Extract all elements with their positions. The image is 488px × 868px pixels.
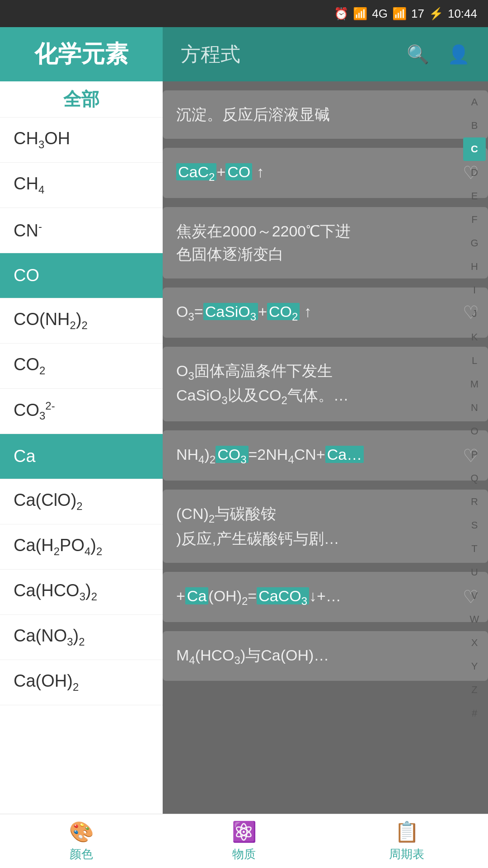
- alpha-N[interactable]: N: [463, 396, 486, 420]
- sidebar-label-ca-oh: Ca(OH)2: [14, 671, 79, 693]
- wifi-icon: 📶: [353, 7, 367, 21]
- sidebar-item-ch4[interactable]: CH4: [0, 163, 163, 208]
- alpha-K[interactable]: K: [463, 326, 486, 349]
- alpha-W[interactable]: W: [463, 608, 486, 631]
- alpha-E[interactable]: E: [463, 184, 486, 208]
- sidebar-label-co2: CO2: [14, 355, 45, 377]
- sidebar-label-co3: CO32-: [14, 400, 55, 422]
- sidebar-item-ca-h2po4-2[interactable]: Ca(H2PO4)2: [0, 524, 163, 570]
- content-card-7: (CN)2与碳酸铵)反应,产生碳酸钙与剧…: [163, 490, 488, 563]
- search-icon[interactable]: 🔍: [407, 44, 429, 65]
- color-icon: 🎨: [69, 820, 94, 844]
- user-icon[interactable]: 👤: [447, 44, 470, 65]
- highlight-caco3: CaCO3: [257, 587, 309, 604]
- sidebar-item-ch3oh[interactable]: CH3OH: [0, 118, 163, 163]
- content-area: A B C D E F G H I J K L M N O P Q R S T …: [163, 81, 488, 868]
- card-5-text: O3固体高温条件下发生CaSiO3以及CO2气体。…: [176, 359, 474, 409]
- sidebar: 全部 CH3OH CH4 CN- CO CO(NH2)2 CO2 CO32-: [0, 81, 163, 868]
- highlight-co: CO: [225, 163, 252, 180]
- sidebar-label-ca-no3-2: Ca(NO3)2: [14, 626, 85, 648]
- content-card-3: 焦炭在2000～2200℃下进色固体逐渐变白: [163, 207, 488, 278]
- alpha-P[interactable]: P: [463, 443, 486, 467]
- highlight-casio3: CaSiO3: [203, 303, 258, 320]
- color-label: 颜色: [70, 846, 93, 862]
- sidebar-label-ca-hco3-2: Ca(HCO3)2: [14, 581, 97, 603]
- matter-label: 物质: [232, 846, 256, 862]
- alpha-U[interactable]: U: [463, 561, 486, 584]
- bottom-nav: 🎨 颜色 ⚛️ 物质 📋 周期表: [0, 814, 488, 868]
- alpha-R[interactable]: R: [463, 490, 486, 514]
- alpha-D[interactable]: D: [463, 161, 486, 184]
- highlight-ca2: Ca: [185, 587, 208, 604]
- alpha-J[interactable]: J: [463, 302, 486, 326]
- nav-item-periodic[interactable]: 📋 周期表: [325, 820, 488, 862]
- nav-item-matter[interactable]: ⚛️ 物质: [163, 820, 325, 862]
- signal-bars: 📶: [392, 7, 407, 21]
- card-7-text: (CN)2与碳酸铵)反应,产生碳酸钙与剧…: [176, 502, 474, 550]
- card-8-formula: +Ca(OH)2=CaCO3↓+…: [176, 585, 474, 609]
- time: 10:44: [448, 7, 477, 21]
- nav-item-color[interactable]: 🎨 颜色: [0, 820, 163, 862]
- battery-level: 17: [411, 7, 424, 21]
- sidebar-item-ca[interactable]: Ca: [0, 434, 163, 479]
- alpha-A[interactable]: A: [463, 90, 486, 114]
- alpha-G[interactable]: G: [463, 231, 486, 255]
- main-layout: 全部 CH3OH CH4 CN- CO CO(NH2)2 CO2 CO32-: [0, 81, 488, 868]
- sidebar-item-ca-oh[interactable]: Ca(OH)2: [0, 660, 163, 705]
- sidebar-item-ca-clo-2[interactable]: Ca(ClO)2: [0, 479, 163, 524]
- clock-icon: ⏰: [334, 7, 348, 21]
- header-left: 化学元素: [0, 27, 163, 81]
- periodic-icon: 📋: [394, 820, 419, 844]
- alpha-H[interactable]: H: [463, 255, 486, 278]
- sidebar-label-ca-h2po4-2: Ca(H2PO4)2: [14, 536, 102, 558]
- sidebar-item-ca-hco3-2[interactable]: Ca(HCO3)2: [0, 570, 163, 615]
- highlight-co3: CO3: [216, 446, 248, 463]
- alpha-L[interactable]: L: [463, 349, 486, 373]
- alpha-Y[interactable]: Y: [463, 655, 486, 678]
- header-icons: 🔍 👤: [407, 44, 470, 65]
- content-card-2: CaC2+CO ↑ ♡: [163, 148, 488, 198]
- alpha-I[interactable]: I: [463, 278, 486, 302]
- alpha-hash[interactable]: #: [463, 702, 486, 725]
- alpha-X[interactable]: X: [463, 631, 486, 655]
- content-card-5: O3固体高温条件下发生CaSiO3以及CO2气体。…: [163, 347, 488, 422]
- alpha-T[interactable]: T: [463, 537, 486, 561]
- header: 化学元素 方程式 🔍 👤: [0, 27, 488, 81]
- alpha-M[interactable]: M: [463, 373, 486, 396]
- sidebar-item-co2[interactable]: CO2: [0, 344, 163, 389]
- content-cards-container: 沉淀。反应后溶液显碱 CaC2+CO ↑ ♡ 焦炭在2000～2200℃下进色固…: [163, 81, 488, 753]
- sidebar-item-co[interactable]: CO: [0, 253, 163, 298]
- highlight-cac2: CaC2: [176, 163, 216, 180]
- content-card-1: 沉淀。反应后溶液显碱: [163, 90, 488, 139]
- signal-icon: 4G: [372, 7, 388, 21]
- content-card-4: O3=CaSiO3+CO2 ↑ ♡: [163, 288, 488, 338]
- periodic-label: 周期表: [389, 846, 424, 862]
- sidebar-label-ch3oh: CH3OH: [14, 129, 70, 151]
- card-3-text: 焦炭在2000～2200℃下进色固体逐渐变白: [176, 220, 474, 266]
- alpha-Z[interactable]: Z: [463, 678, 486, 702]
- sidebar-item-cn[interactable]: CN-: [0, 208, 163, 253]
- battery-icon: ⚡: [429, 7, 443, 21]
- sidebar-item-co-nh2-2[interactable]: CO(NH2)2: [0, 298, 163, 344]
- card-1-text: 沉淀。反应后溶液显碱: [176, 103, 474, 126]
- sidebar-label-cn: CN-: [14, 220, 42, 241]
- sidebar-label-co: CO: [14, 266, 39, 285]
- alpha-S[interactable]: S: [463, 514, 486, 537]
- sidebar-label-ch4: CH4: [14, 174, 44, 196]
- sidebar-label-co-nh2-2: CO(NH2)2: [14, 310, 88, 332]
- alpha-C[interactable]: C: [463, 137, 486, 161]
- alpha-O[interactable]: O: [463, 420, 486, 443]
- alpha-V[interactable]: V: [463, 584, 486, 608]
- alpha-B[interactable]: B: [463, 114, 486, 137]
- alpha-Q[interactable]: Q: [463, 467, 486, 490]
- card-2-formula: CaC2+CO ↑: [176, 160, 474, 185]
- content-card-6: NH4)2CO3=2NH4CN+Ca… ♡: [163, 430, 488, 481]
- alpha-F[interactable]: F: [463, 208, 486, 231]
- card-4-formula: O3=CaSiO3+CO2 ↑: [176, 300, 474, 325]
- sidebar-item-co3[interactable]: CO32-: [0, 389, 163, 434]
- sidebar-label-ca-clo-2: Ca(ClO)2: [14, 491, 83, 513]
- sidebar-item-ca-no3-2[interactable]: Ca(NO3)2: [0, 615, 163, 660]
- highlight-co2: CO2: [267, 303, 300, 320]
- status-icons: ⏰ 📶 4G 📶 17 ⚡ 10:44: [334, 7, 477, 21]
- sidebar-label-ca: Ca: [14, 447, 36, 466]
